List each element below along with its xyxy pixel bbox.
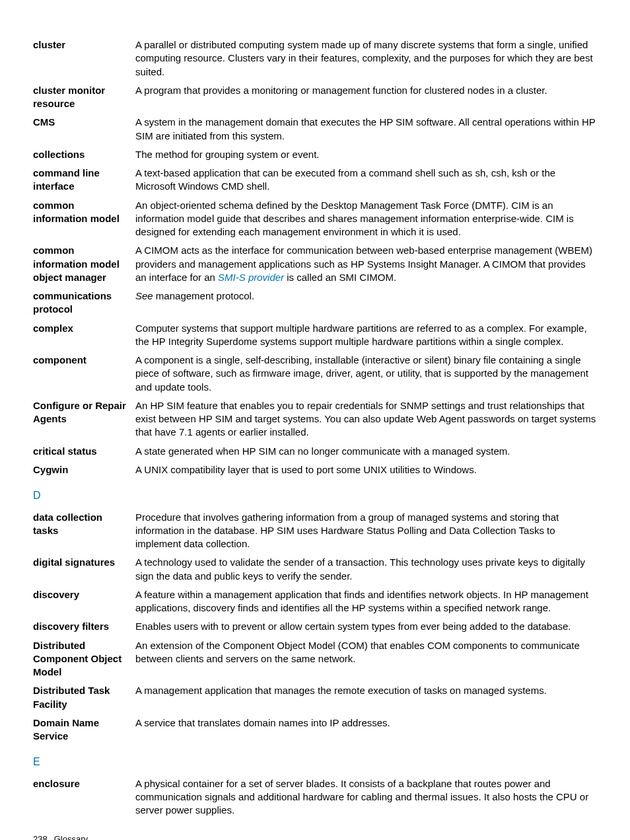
glossary-definition: An object-oriented schema defined by the…	[135, 199, 597, 239]
glossary-entry: Domain Name ServiceA service that transl…	[33, 716, 597, 744]
glossary-entry: command line interfaceA text-based appli…	[33, 167, 597, 194]
glossary-term: command line interface	[33, 167, 135, 194]
glossary-entry: enclosureA physical container for a set …	[33, 777, 597, 818]
glossary-definition: A technology used to validate the sender…	[135, 556, 597, 583]
glossary-entry: clusterA parallel or distributed computi…	[33, 38, 597, 79]
glossary-entry: common information model object managerA…	[33, 244, 597, 284]
glossary-definition: A service that translates domain names i…	[135, 716, 597, 744]
glossary-entry: discovery filtersEnables users with to p…	[33, 620, 597, 633]
glossary-entry: CygwinA UNIX compatibility layer that is…	[33, 463, 597, 477]
glossary-entry: complexComputer systems that support mul…	[33, 322, 597, 349]
glossary-entry: critical statusA state generated when HP…	[33, 445, 597, 458]
glossary-term: component	[33, 354, 135, 394]
glossary-term: enclosure	[33, 777, 135, 818]
glossary-term: collections	[33, 148, 135, 161]
glossary-term: cluster	[33, 38, 135, 79]
glossary-entry: digital signaturesA technology used to v…	[33, 556, 597, 583]
glossary-term: Domain Name Service	[33, 716, 135, 744]
glossary-entry: discoveryA feature within a management a…	[33, 588, 597, 615]
glossary-definition: A text-based application that can be exe…	[135, 167, 597, 194]
glossary-term: discovery filters	[33, 620, 135, 633]
glossary-term: critical status	[33, 445, 135, 458]
glossary-term: complex	[33, 322, 135, 349]
glossary-definition: A physical container for a set of server…	[135, 777, 597, 818]
page-number: 238	[33, 834, 48, 840]
glossary-entry: Configure or Repair AgentsAn HP SIM feat…	[33, 399, 597, 439]
glossary-definition: A UNIX compatibility layer that is used …	[135, 463, 597, 477]
see-reference: See	[135, 290, 153, 301]
glossary-entry: collectionsThe method for grouping syste…	[33, 148, 597, 161]
glossary-definition: The method for grouping system or event.	[135, 148, 597, 161]
page-label: Glossary	[54, 834, 88, 840]
glossary-entry: Distributed Task FacilityA management ap…	[33, 684, 597, 711]
glossary-link[interactable]: SMI-S provider	[218, 272, 284, 283]
glossary-term: communications protocol	[33, 289, 135, 317]
glossary-definition: Procedure that involves gathering inform…	[135, 511, 597, 551]
glossary-definition: See management protocol.	[135, 289, 597, 317]
glossary-entry: CMSA system in the management domain tha…	[33, 116, 597, 143]
section-header-e: E	[33, 755, 597, 769]
glossary-term: common information model	[33, 199, 135, 239]
glossary-term: data collection tasks	[33, 511, 135, 551]
glossary-definition: An extension of the Component Object Mod…	[135, 639, 597, 679]
glossary-term: Distributed Task Facility	[33, 684, 135, 711]
glossary-term: discovery	[33, 588, 135, 615]
glossary-term: Cygwin	[33, 463, 135, 477]
glossary-definition: A parallel or distributed computing syst…	[135, 38, 597, 79]
glossary-definition: An HP SIM feature that enables you to re…	[135, 399, 597, 439]
glossary-definition: A state generated when HP SIM can no lon…	[135, 445, 597, 458]
glossary-term: cluster monitor resource	[33, 84, 135, 111]
glossary-term: digital signatures	[33, 556, 135, 583]
glossary-definition: A management application that manages th…	[135, 684, 597, 711]
glossary-definition: A CIMOM acts as the interface for commun…	[135, 244, 597, 284]
glossary-definition: A program that provides a monitoring or …	[135, 84, 597, 111]
glossary-term: Distributed Component Object Model	[33, 639, 135, 679]
glossary-definition: A component is a single, self-describing…	[135, 354, 597, 394]
glossary-entry: common information modelAn object-orient…	[33, 199, 597, 239]
glossary-definition: A system in the management domain that e…	[135, 116, 597, 143]
glossary-term: Configure or Repair Agents	[33, 399, 135, 439]
glossary-term: CMS	[33, 116, 135, 143]
glossary-term: common information model object manager	[33, 244, 135, 284]
page-footer: 238Glossary	[33, 833, 597, 840]
glossary-definition: Computer systems that support multiple h…	[135, 322, 597, 349]
glossary-entry: data collection tasksProcedure that invo…	[33, 511, 597, 551]
glossary-definition: Enables users with to prevent or allow c…	[135, 620, 597, 633]
glossary-definition: A feature within a management applicatio…	[135, 588, 597, 615]
section-header-d: D	[33, 488, 597, 503]
glossary-entry: communications protocolSee management pr…	[33, 289, 597, 317]
glossary-entry: componentA component is a single, self-d…	[33, 354, 597, 394]
glossary-entry: Distributed Component Object ModelAn ext…	[33, 639, 597, 679]
glossary-entry: cluster monitor resourceA program that p…	[33, 84, 597, 111]
